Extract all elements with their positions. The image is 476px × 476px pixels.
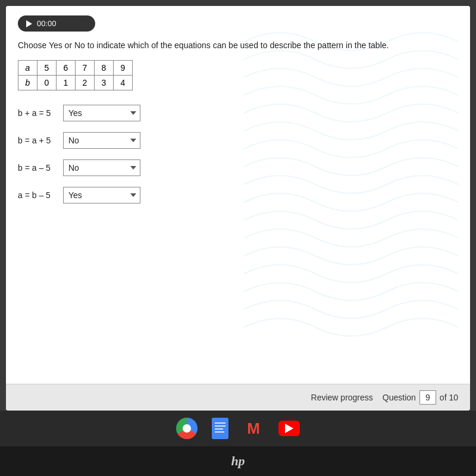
hp-logo: hp [231,453,245,469]
question-indicator: Question 9 of 10 [383,390,458,405]
equation-dropdown-4[interactable]: Yes No [63,187,140,203]
table-cell: 2 [76,75,95,90]
video-player[interactable]: 00:00 [18,15,95,32]
svg-rect-3 [215,428,223,430]
taskbar: M [0,411,476,446]
data-table: a 5 6 7 8 9 b 0 1 2 3 4 [18,60,133,90]
play-icon [26,20,32,27]
table-cell: 8 [95,60,114,75]
bottom-bar: Review progress Question 9 of 10 [6,384,470,411]
equation-label-1: b + a = 5 [18,108,60,118]
youtube-play-icon [285,424,293,433]
svg-rect-2 [215,425,226,427]
table-cell: 5 [37,60,57,75]
equation-label-4: a = b – 5 [18,190,60,200]
equation-dropdown-3[interactable]: Yes No [63,159,140,176]
equation-label-3: b = a – 5 [18,163,60,173]
equation-row-3: b = a – 5 Yes No [18,159,458,176]
question-number: 9 [419,390,436,405]
equation-dropdown-1[interactable]: Yes No [63,105,140,121]
table-cell: 7 [76,60,95,75]
question-label: Question [383,393,416,402]
of-label: of 10 [440,393,458,402]
chrome-icon[interactable] [176,418,198,439]
youtube-icon[interactable] [278,421,300,436]
equation-label-2: b = a + 5 [18,136,60,145]
table-cell: 3 [95,75,114,90]
table-cell: 9 [114,60,133,75]
table-cell: 6 [57,60,76,75]
hp-area: hp [0,446,476,476]
video-time: 00:00 [37,19,57,28]
equation-row-1: b + a = 5 Yes No [18,105,458,121]
svg-rect-1 [215,422,226,424]
table-header-b: b [18,75,37,90]
equation-row-4: a = b – 5 Yes No [18,187,458,203]
equation-row-2: b = a + 5 Yes No [18,132,458,149]
svg-rect-4 [215,431,224,433]
review-progress-button[interactable]: Review progress [311,393,373,402]
table-cell: 4 [114,75,133,90]
question-text: Choose Yes or No to indicate which of th… [18,40,458,52]
table-header-a: a [18,60,37,75]
docs-icon[interactable] [212,418,228,439]
table-cell: 0 [37,75,57,90]
table-cell: 1 [57,75,76,90]
equation-dropdown-2[interactable]: Yes No [63,132,140,149]
gmail-icon[interactable]: M [243,418,264,439]
